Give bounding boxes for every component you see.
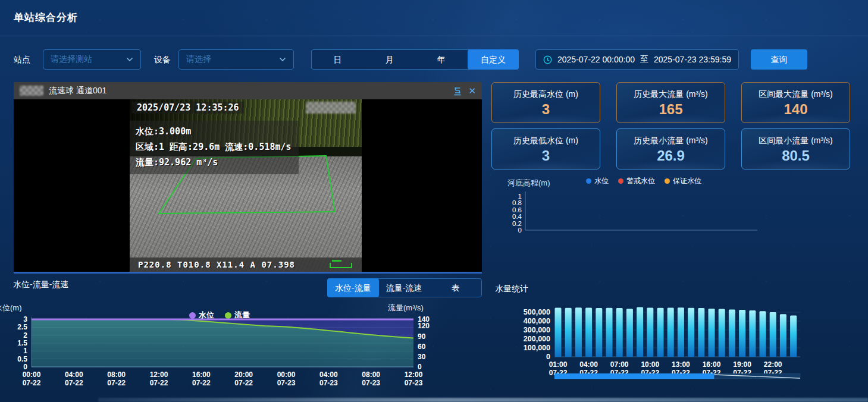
legend-dot xyxy=(665,178,670,184)
blurred-logo xyxy=(20,86,43,96)
stream-icon xyxy=(452,86,463,96)
legend-label: 警戒水位 xyxy=(626,176,655,186)
clock-icon xyxy=(543,55,552,64)
close-button[interactable]: ✕ xyxy=(468,86,476,96)
svg-text:0: 0 xyxy=(23,363,27,371)
device-select[interactable]: 请选择 xyxy=(178,49,294,70)
svg-text:100,000: 100,000 xyxy=(524,344,550,352)
video-panel-header: 流速球 通道001 ✕ xyxy=(14,82,482,99)
stat-card-1: 历史最大流量 (m³/s)165 xyxy=(616,82,725,123)
legend-dot xyxy=(618,178,623,184)
period-option-1[interactable]: 月 xyxy=(364,50,415,69)
hydro-tab-2[interactable]: 表 xyxy=(430,279,481,297)
device-select-placeholder: 请选择 xyxy=(186,54,211,65)
period-options: 日月年 xyxy=(312,50,468,69)
stat-card-value: 3 xyxy=(492,147,600,164)
period-option-0[interactable]: 日 xyxy=(312,50,364,69)
date-range-picker[interactable]: 2025-07-22 00:00:00 至 2025-07-23 23:59:5… xyxy=(535,49,739,70)
osd-discharge: 流量:92.962 m³/s xyxy=(136,155,292,170)
stat-card-4: 历史最小流量 (m³/s)26.9 xyxy=(616,128,725,169)
date-range-end: 2025-07-23 23:59:59 xyxy=(654,55,731,64)
stat-card-label: 历史最小流量 (m³/s) xyxy=(617,136,725,146)
stream-mode-button[interactable] xyxy=(452,86,463,96)
riverbed-legend: 水位警戒水位保证水位 xyxy=(586,176,701,186)
hydro-chart-tabs: 水位-流量流量-流速表 xyxy=(327,278,482,297)
station-select[interactable]: 请选择测站 xyxy=(43,49,141,70)
svg-text:200,000: 200,000 xyxy=(524,335,550,343)
hydro-section-title: 水位-流量-流速 xyxy=(13,279,68,290)
svg-text:0.2: 0.2 xyxy=(512,220,522,227)
video-frame: 2025/07/23 12:35:26 水位:3.000m 区域:1 距高:29… xyxy=(130,99,362,272)
period-option-2[interactable]: 年 xyxy=(415,50,467,69)
video-panel: 流速球 通道001 ✕ xyxy=(14,82,482,274)
header-divider xyxy=(0,36,868,36)
svg-text:00:0007-22: 00:0007-22 xyxy=(23,370,41,387)
svg-text:0.6: 0.6 xyxy=(512,206,522,213)
svg-text:0.8: 0.8 xyxy=(512,199,522,206)
page-title: 单站综合分析 xyxy=(14,11,78,24)
video-panel-title: 流速球 通道001 xyxy=(49,86,447,96)
svg-text:2: 2 xyxy=(23,331,27,340)
video-timestamp: 2025/07/23 12:35:26 xyxy=(132,102,244,114)
page: 单站综合分析 站点 请选择测站 设备 请选择 日月年 自定义 2025-07-2… xyxy=(0,0,868,402)
riverbed-chart: 10.80.60.40.20 xyxy=(512,188,845,237)
stat-card-label: 历史最大流量 (m³/s) xyxy=(617,89,725,100)
datazoom-selected[interactable] xyxy=(554,373,714,379)
stat-cards-grid: 历史最高水位 (m)3历史最大流量 (m³/s)165区间最大流量 (m³/s)… xyxy=(491,82,851,169)
osd-region-velocity: 区域:1 距高:29.6m 流速:0.518m/s xyxy=(136,139,292,155)
stat-card-2: 区间最大流量 (m³/s)140 xyxy=(741,82,850,123)
legend-dot xyxy=(586,178,591,184)
svg-text:500,000: 500,000 xyxy=(524,308,550,316)
background-water-glow xyxy=(98,398,868,402)
legend-label: 保证水位 xyxy=(673,176,701,186)
stat-card-value: 80.5 xyxy=(742,147,850,164)
stat-card-value: 165 xyxy=(617,101,725,118)
legend-label: 水位 xyxy=(594,176,609,186)
svg-text:08:0007-22: 08:0007-22 xyxy=(107,370,126,387)
scale-bracket-icon xyxy=(330,263,352,268)
blurred-watermark xyxy=(306,102,356,114)
stat-card-value: 3 xyxy=(492,101,600,118)
riverbed-chart-title: 河底高程(m) xyxy=(507,178,550,189)
svg-text:0.5: 0.5 xyxy=(17,355,27,363)
svg-text:0: 0 xyxy=(546,353,550,361)
svg-text:1.5: 1.5 xyxy=(17,339,27,347)
volume-bars xyxy=(555,307,797,357)
period-segmented-control: 日月年 自定义 xyxy=(311,49,519,70)
date-range-start: 2025-07-22 00:00:00 xyxy=(557,55,635,64)
legend-item-1[interactable]: 警戒水位 xyxy=(618,176,655,186)
volume-chart: 500,000400,000300,000200,000100,000001:0… xyxy=(488,277,868,402)
date-range-separator: 至 xyxy=(640,54,648,65)
osd-water-level: 水位:3.000m xyxy=(136,124,292,139)
svg-text:08:0007-23: 08:0007-23 xyxy=(362,370,380,387)
stat-card-0: 历史最高水位 (m)3 xyxy=(491,82,600,123)
svg-text:3: 3 xyxy=(23,315,27,324)
legend-item-0[interactable]: 水位 xyxy=(586,176,609,186)
svg-text:300,000: 300,000 xyxy=(524,326,550,334)
svg-text:20:0007-22: 20:0007-22 xyxy=(234,370,253,387)
legend-item-2[interactable]: 保证水位 xyxy=(665,176,701,186)
stat-card-value: 140 xyxy=(742,101,850,118)
svg-text:120: 120 xyxy=(418,322,430,330)
svg-text:0: 0 xyxy=(518,227,522,234)
query-button[interactable]: 查询 xyxy=(751,49,807,70)
svg-text:2.5: 2.5 xyxy=(17,323,27,331)
stat-card-value: 26.9 xyxy=(617,147,725,164)
stat-card-label: 历史最低水位 (m) xyxy=(492,136,600,146)
period-option-custom[interactable]: 自定义 xyxy=(468,49,519,70)
stat-card-3: 历史最低水位 (m)3 xyxy=(491,128,600,169)
svg-text:16:0007-22: 16:0007-22 xyxy=(192,370,211,387)
scale-mark xyxy=(332,260,341,262)
station-label: 站点 xyxy=(14,55,30,65)
video-viewport: 2025/07/23 12:35:26 水位:3.000m 区域:1 距高:29… xyxy=(14,99,482,272)
hydro-chart: 32.521.510.50140120906030000:0007-2204:0… xyxy=(0,300,434,402)
svg-text:90: 90 xyxy=(418,332,426,341)
stat-card-5: 区间最小流量 (m³/s)80.5 xyxy=(741,128,850,169)
svg-text:0.4: 0.4 xyxy=(512,213,522,220)
close-icon: ✕ xyxy=(468,86,476,96)
chevron-down-icon xyxy=(279,57,286,62)
svg-text:04:0007-23: 04:0007-23 xyxy=(319,370,338,387)
hydro-tab-1[interactable]: 流量-流速 xyxy=(378,279,430,297)
device-label: 设备 xyxy=(154,55,171,65)
hydro-tab-0[interactable]: 水位-流量 xyxy=(327,278,379,297)
